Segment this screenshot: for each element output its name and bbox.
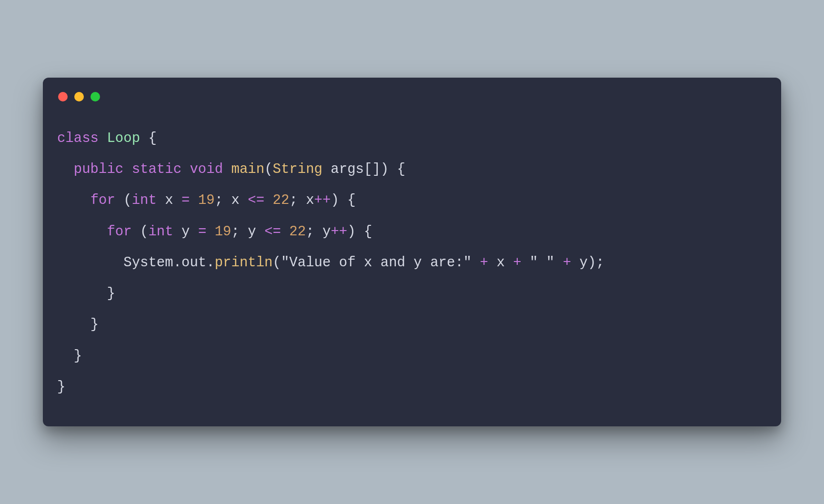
code-token: ; <box>231 224 240 240</box>
code-token <box>356 224 364 240</box>
close-icon[interactable] <box>58 92 68 101</box>
code-token <box>223 161 231 177</box>
code-token: { <box>364 224 372 240</box>
code-token: y <box>181 224 190 240</box>
code-line: public static void main(String args[]) { <box>57 161 405 177</box>
code-token <box>505 255 513 271</box>
code-token: { <box>148 131 156 146</box>
code-token <box>57 224 107 240</box>
code-token: "Value of x and y are:" <box>281 255 472 271</box>
code-line: } <box>57 379 65 395</box>
code-token <box>571 255 579 271</box>
code-token: System <box>123 255 173 271</box>
code-token <box>190 192 198 208</box>
code-token <box>157 192 165 208</box>
code-token <box>132 224 140 240</box>
code-token: public <box>74 161 123 177</box>
code-token: . <box>173 255 181 271</box>
code-token: for <box>90 192 115 208</box>
code-token <box>57 255 123 271</box>
code-token <box>190 224 198 240</box>
code-token: println <box>215 255 273 271</box>
code-token: x <box>165 192 173 208</box>
code-token: ( <box>140 224 148 240</box>
code-line: } <box>57 286 115 302</box>
code-token: ( <box>273 255 281 271</box>
code-token: <= <box>264 224 281 240</box>
code-token <box>322 161 331 177</box>
code-token: int <box>132 192 157 208</box>
code-token: 22 <box>289 224 306 240</box>
window-controls <box>57 92 767 101</box>
code-token: 19 <box>198 192 215 208</box>
code-token <box>281 224 289 240</box>
code-token: static <box>132 161 181 177</box>
code-token <box>389 161 397 177</box>
code-token <box>123 161 131 177</box>
code-token: + <box>563 255 571 271</box>
code-token <box>173 224 181 240</box>
code-token <box>206 224 214 240</box>
code-token: String <box>273 161 322 177</box>
code-token: for <box>107 224 131 240</box>
code-token <box>554 255 563 271</box>
code-token: = <box>198 224 206 240</box>
code-token: y <box>322 224 331 240</box>
code-token <box>57 161 74 177</box>
code-token <box>57 286 107 302</box>
code-token: ; <box>215 192 223 208</box>
code-token: ; <box>596 255 604 271</box>
code-token <box>57 348 74 364</box>
code-token <box>181 161 190 177</box>
code-token <box>240 192 248 208</box>
code-token: y <box>579 255 587 271</box>
code-token <box>522 255 530 271</box>
code-line: } <box>57 317 99 333</box>
code-token: x <box>306 192 314 208</box>
code-token: ++ <box>331 224 347 240</box>
code-token: { <box>347 192 355 208</box>
code-token <box>339 192 347 208</box>
minimize-icon[interactable] <box>74 92 84 101</box>
code-token: } <box>90 317 99 333</box>
code-token: } <box>74 348 82 364</box>
code-line: class Loop { <box>57 131 157 146</box>
code-window: class Loop { public static void main(Str… <box>43 78 781 426</box>
code-token: } <box>57 379 65 395</box>
code-line: for (int y = 19; y <= 22; y++) { <box>57 224 372 240</box>
zoom-icon[interactable] <box>90 92 100 101</box>
code-token: ) <box>331 192 339 208</box>
code-token <box>57 192 90 208</box>
code-token: } <box>107 286 115 302</box>
code-token <box>472 255 480 271</box>
code-token: out <box>181 255 206 271</box>
code-token: x <box>231 192 240 208</box>
code-token <box>488 255 496 271</box>
code-token: class <box>57 131 99 146</box>
code-token: y <box>248 224 256 240</box>
code-token: args <box>331 161 364 177</box>
code-token: ; <box>306 224 314 240</box>
code-line: } <box>57 348 82 364</box>
code-token <box>57 317 90 333</box>
code-token: " " <box>530 255 554 271</box>
code-line: System.out.println("Value of x and y are… <box>57 255 604 271</box>
code-token: + <box>480 255 488 271</box>
code-token <box>140 131 148 146</box>
code-token: = <box>181 192 190 208</box>
code-token: main <box>231 161 265 177</box>
code-token: void <box>190 161 223 177</box>
code-token: Loop <box>107 131 140 146</box>
code-token <box>256 224 264 240</box>
code-token: 22 <box>273 192 290 208</box>
code-token: ) <box>381 161 389 177</box>
code-token: int <box>148 224 173 240</box>
code-block: class Loop { public static void main(Str… <box>57 123 767 403</box>
code-token <box>173 192 181 208</box>
code-token <box>298 192 306 208</box>
code-token: ) <box>588 255 596 271</box>
code-token <box>115 192 123 208</box>
code-token: 19 <box>215 224 231 240</box>
code-token: ++ <box>314 192 331 208</box>
code-token: ( <box>123 192 131 208</box>
